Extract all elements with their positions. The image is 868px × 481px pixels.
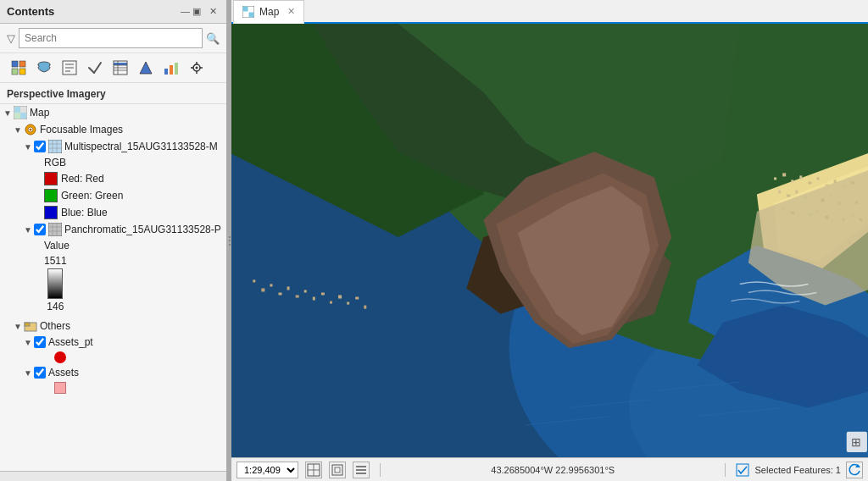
tree-item-assets-symbol <box>0 380 226 395</box>
search-input[interactable] <box>19 28 203 48</box>
map-tab-close[interactable]: ✕ <box>287 6 295 17</box>
chart-button[interactable] <box>159 57 183 79</box>
nav-button-2[interactable] <box>329 462 346 478</box>
panchromatic-checkbox[interactable] <box>34 224 46 235</box>
svg-marker-17 <box>140 62 152 74</box>
tree-item-multispectral[interactable]: Multispectral_15AUG31133528-M <box>0 138 226 155</box>
svg-rect-79 <box>787 195 790 197</box>
toolbar-row-1 <box>7 57 158 79</box>
scale-select[interactable]: 1:29,409 <box>236 462 298 478</box>
tree-item-assets-pt-symbol <box>0 350 226 365</box>
svg-rect-74 <box>826 184 829 187</box>
svg-rect-84 <box>830 195 832 197</box>
svg-rect-86 <box>847 197 850 200</box>
list-editing-button[interactable] <box>58 57 81 79</box>
svg-rect-100 <box>270 284 272 286</box>
list-drawing-order-button[interactable] <box>7 57 31 79</box>
svg-rect-108 <box>338 296 342 299</box>
list-table-button[interactable] <box>108 57 132 79</box>
map-tab-label: Map <box>259 6 279 18</box>
svg-rect-49 <box>249 12 254 17</box>
svg-rect-94 <box>834 212 837 214</box>
svg-rect-35 <box>48 140 62 153</box>
svg-rect-28 <box>14 107 20 113</box>
status-separator-1 <box>380 463 381 477</box>
status-coordinates: 43.2685004°W 22.9956301°S <box>391 465 715 475</box>
svg-rect-106 <box>321 292 325 295</box>
svg-line-10 <box>94 63 101 73</box>
blue-label: Blue: Blue <box>61 207 108 218</box>
assets-label: Assets <box>48 367 79 379</box>
green-swatch <box>44 189 58 202</box>
expand-arrow-map <box>3 108 14 118</box>
map-label: Map <box>30 107 49 119</box>
assets-checkbox[interactable] <box>34 367 46 379</box>
svg-rect-40 <box>48 223 62 236</box>
status-right: Selected Features: 1 <box>736 462 863 478</box>
sync-button[interactable] <box>846 462 863 478</box>
panel-title: Contents <box>7 5 54 18</box>
svg-rect-30 <box>20 107 26 113</box>
expand-arrow-focusable <box>14 125 24 135</box>
expand-arrow-panchromatic <box>24 225 34 235</box>
filter-icon: ▽ <box>7 32 15 45</box>
blue-swatch <box>44 206 58 219</box>
svg-rect-105 <box>313 297 315 301</box>
svg-rect-89 <box>791 212 794 214</box>
svg-rect-19 <box>170 65 173 75</box>
panel-close-button[interactable]: ✕ <box>207 5 220 18</box>
nav-button-3[interactable] <box>353 462 370 478</box>
grayscale-gradient <box>47 268 63 299</box>
map-tab[interactable]: Map ✕ <box>233 0 304 24</box>
contents-toolbar <box>0 53 226 83</box>
map-panel: Map ✕ <box>231 0 868 481</box>
map-icon <box>14 106 27 119</box>
map-view[interactable]: ⊞ <box>231 24 868 457</box>
expand-arrow-assets <box>24 368 34 378</box>
tree-item-others[interactable]: Others <box>0 318 226 334</box>
svg-rect-31 <box>14 113 20 119</box>
svg-point-22 <box>196 67 198 69</box>
focusable-icon <box>24 123 37 136</box>
list-selection-button[interactable] <box>83 57 107 79</box>
map-tab-bar: Map ✕ <box>231 0 868 24</box>
svg-rect-76 <box>843 185 845 188</box>
nav-button-1[interactable] <box>305 462 322 478</box>
rgb-label: RGB <box>44 157 66 169</box>
panel-pin-button[interactable]: — ▣ <box>178 5 203 18</box>
settings-button[interactable] <box>185 57 209 79</box>
tree-item-assets-pt[interactable]: Assets_pt <box>0 334 226 350</box>
tree-item-assets[interactable]: Assets <box>0 365 226 380</box>
multispectral-checkbox[interactable] <box>34 141 46 152</box>
list-diagram-button[interactable] <box>134 57 158 79</box>
status-bar: 1:29,409 43.2685004°W 22.9956301°S Selec… <box>231 457 868 481</box>
map-imagery: ⊞ <box>231 24 868 457</box>
tree-item-focusable[interactable]: Focusable Images <box>0 121 226 138</box>
assets-pt-checkbox[interactable] <box>34 336 46 348</box>
tree-item-blue: Blue: Blue <box>0 204 226 221</box>
svg-rect-75 <box>834 180 837 183</box>
svg-rect-91 <box>808 213 811 216</box>
panel-controls: — ▣ ✕ <box>178 5 220 18</box>
tree-item-map[interactable]: Map <box>0 104 226 121</box>
list-data-source-button[interactable] <box>32 57 56 79</box>
svg-rect-29 <box>20 113 26 119</box>
panel-header: Contents — ▣ ✕ <box>0 0 226 24</box>
others-icon <box>24 319 37 333</box>
svg-rect-73 <box>816 177 819 180</box>
svg-rect-98 <box>253 279 255 282</box>
svg-rect-101 <box>279 292 282 295</box>
svg-rect-122 <box>335 467 340 473</box>
status-separator-2 <box>725 463 726 477</box>
svg-rect-48 <box>243 6 248 11</box>
tree-item-panchromatic[interactable]: Panchromatic_15AUG31133528-P <box>0 221 226 238</box>
svg-rect-104 <box>304 290 307 292</box>
svg-rect-97 <box>860 218 862 221</box>
search-button[interactable]: 🔍 <box>206 32 220 45</box>
svg-rect-72 <box>808 181 811 184</box>
focusable-label: Focusable Images <box>40 124 123 135</box>
tree-item-green: Green: Green <box>0 187 226 204</box>
svg-rect-69 <box>782 173 786 176</box>
map-tab-icon <box>242 6 254 18</box>
svg-rect-81 <box>804 196 807 199</box>
